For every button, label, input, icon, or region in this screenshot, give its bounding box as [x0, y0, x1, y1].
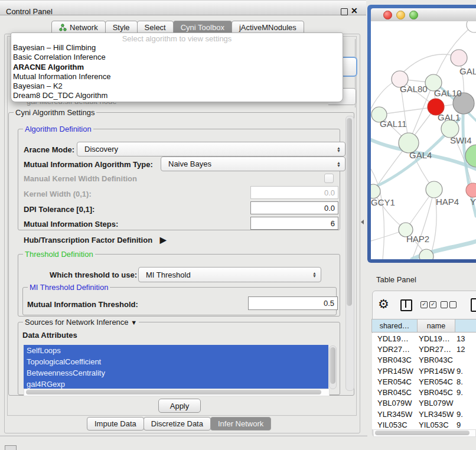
- network-icon: [59, 24, 67, 31]
- table-cell: 9.: [454, 388, 476, 397]
- table-row[interactable]: YPR145WYPR145W9.: [372, 366, 476, 376]
- collapse-arrow-icon: ▼: [131, 319, 137, 326]
- columns-icon[interactable]: [400, 299, 412, 311]
- kernel-width-field[interactable]: 0.0: [250, 186, 338, 199]
- mi-type-combo[interactable]: Naive Bayes ▲▼: [161, 156, 345, 171]
- attributes-hscrollbar-thumb[interactable]: [26, 390, 321, 394]
- hub-definition-toggle[interactable]: Hub/Transcription Factor Definition ▶: [24, 235, 167, 244]
- tab-infer-network[interactable]: Infer Network: [210, 417, 271, 431]
- panel-grip-button[interactable]: [5, 445, 17, 450]
- select-all-checks-icon[interactable]: ✓ ✓: [420, 301, 436, 308]
- column-header-shared[interactable]: shared…: [371, 319, 418, 332]
- network-node-hap4[interactable]: [426, 181, 442, 198]
- table-cell: YER054C: [372, 377, 417, 386]
- hub-definition-label: Hub/Transcription Factor Definition: [24, 236, 152, 244]
- unchecked-box-icon: [441, 301, 448, 308]
- mi-steps-field[interactable]: 6: [250, 217, 338, 230]
- settings-scrollbar[interactable]: [345, 116, 354, 391]
- attribute-list-item-selected[interactable]: TopologicalCoefficient: [24, 356, 328, 367]
- dropdown-item[interactable]: Mutual Information Inference: [11, 72, 343, 81]
- node-label: GAL11: [380, 119, 407, 129]
- dropdown-placeholder: Select algorithm to view settings: [11, 33, 343, 43]
- gear-icon[interactable]: ⚙: [378, 297, 389, 311]
- table-row[interactable]: YDL19…YDL19…13: [372, 333, 476, 344]
- close-icon[interactable]: ✕: [351, 6, 358, 15]
- mi-threshold-field[interactable]: 0.5: [248, 296, 338, 310]
- combo-arrows-icon: ▲▼: [312, 272, 317, 278]
- tab-impute-data-label: Impute Data: [94, 418, 136, 430]
- close-traffic-light-icon[interactable]: [383, 11, 392, 19]
- table-row[interactable]: YIL053CYIL053C9: [372, 419, 476, 429]
- aracne-mode-combo[interactable]: Discovery ▲▼: [77, 142, 345, 156]
- network-window-titlebar[interactable]: [371, 8, 476, 22]
- tab-impute-data[interactable]: Impute Data: [87, 417, 144, 431]
- data-attributes-label: Data Attributes: [22, 331, 77, 340]
- network-node[interactable]: [467, 21, 476, 32]
- table-row[interactable]: YBR045CYBR045C9.: [372, 387, 476, 397]
- column-header-partial[interactable]: [455, 319, 476, 332]
- dropdown-item[interactable]: Bayesian – K2: [11, 81, 343, 91]
- node-label: GAL80: [400, 84, 428, 94]
- attributes-vscrollbar-thumb[interactable]: [330, 347, 335, 384]
- mi-threshold-value: 0.5: [324, 299, 334, 308]
- file-icon[interactable]: [471, 298, 476, 312]
- maximize-traffic-light-icon[interactable]: [409, 11, 418, 19]
- column-header-name[interactable]: name: [417, 319, 455, 332]
- table-cell: 9.: [454, 367, 476, 376]
- dropdown-item[interactable]: Bayesian – Hill Climbing: [11, 43, 343, 53]
- table-hscrollbar[interactable]: [373, 429, 476, 437]
- attributes-vscrollbar[interactable]: [329, 345, 337, 389]
- table-cell: YBL079W: [372, 399, 417, 407]
- table-cell: YBR043C: [372, 356, 417, 364]
- unchecked-box-icon: [449, 301, 457, 308]
- dropdown-item[interactable]: Basic Correlation Inference: [11, 53, 343, 62]
- table-cell: YDL19…: [417, 334, 454, 343]
- tab-discretize-data[interactable]: Discretize Data: [144, 417, 211, 431]
- node-label: SWI4: [450, 135, 472, 145]
- apply-button[interactable]: Apply: [158, 399, 201, 413]
- table-cell: YPR145W: [372, 367, 417, 376]
- table-row[interactable]: YDR27…YDR27…12: [372, 344, 476, 354]
- attribute-list-item-selected[interactable]: gal4RGexp: [24, 379, 328, 389]
- table-row[interactable]: YBR043CYBR043C: [372, 355, 476, 366]
- float-window-icon[interactable]: [341, 8, 348, 15]
- attribute-list-item-selected[interactable]: BetweennessCentrality: [24, 367, 328, 379]
- tab-select-label: Select: [145, 21, 166, 34]
- network-node[interactable]: [466, 183, 476, 197]
- tab-style-label: Style: [113, 21, 130, 34]
- table-row[interactable]: YLR345WYLR345W9.: [372, 409, 476, 419]
- which-threshold-combo[interactable]: MI Threshold ▲▼: [138, 267, 321, 282]
- which-threshold-value: MI Threshold: [146, 270, 191, 279]
- node-label: GAL10: [434, 88, 462, 98]
- sources-title-text: Sources for Network Inference: [25, 318, 129, 327]
- table-row[interactable]: YER054CYER054C8.: [372, 376, 476, 387]
- table-body[interactable]: YDL19…YDL19…13YDR27…YDR27…12YBR043CYBR04…: [372, 333, 476, 429]
- combo-arrows-icon: ▲▼: [337, 161, 341, 167]
- sources-group-title[interactable]: Sources for Network Inference ▼: [23, 318, 139, 327]
- table-cell: 9.: [454, 410, 476, 419]
- dropdown-item-selected[interactable]: ARACNE Algorithm: [11, 63, 343, 72]
- table-cell: YIL053C: [372, 420, 417, 429]
- table-cell: YDR27…: [372, 345, 417, 354]
- network-node[interactable]: [451, 50, 467, 66]
- kernel-width-label: Kernel Width (0,1):: [24, 190, 92, 198]
- node-label: GAL: [459, 66, 476, 76]
- dropdown-item[interactable]: Dream8 DC_TDC Algorithm: [11, 91, 343, 100]
- mi-type-value: Naive Bayes: [168, 159, 211, 168]
- deselect-all-checks-icon[interactable]: [441, 301, 457, 308]
- settings-scrollbar-thumb[interactable]: [347, 118, 352, 306]
- panel-divider: [0, 435, 367, 436]
- node-label: HAP2: [406, 234, 429, 244]
- data-attributes-list[interactable]: SelfLoopsTopologicalCoefficientBetweenne…: [24, 345, 328, 389]
- minimize-traffic-light-icon[interactable]: [396, 11, 405, 19]
- attributes-hscrollbar[interactable]: [24, 389, 330, 396]
- dpi-tolerance-field[interactable]: 0.0: [250, 201, 338, 214]
- manual-kernel-checkbox[interactable]: [324, 174, 334, 183]
- table-row[interactable]: YBL079WYBL079W: [372, 398, 476, 409]
- table-cell: YBR043C: [417, 356, 454, 364]
- network-canvas[interactable]: GAL GAL80 GAL10 GAL1 GAL11 SWI4 GAL4 GCY…: [371, 21, 476, 259]
- attribute-list-item-selected[interactable]: SelfLoops: [24, 345, 328, 356]
- kernel-width-value: 0.0: [324, 188, 335, 197]
- table-hscrollbar-thumb[interactable]: [375, 431, 470, 435]
- splitter-handle[interactable]: [361, 220, 364, 224]
